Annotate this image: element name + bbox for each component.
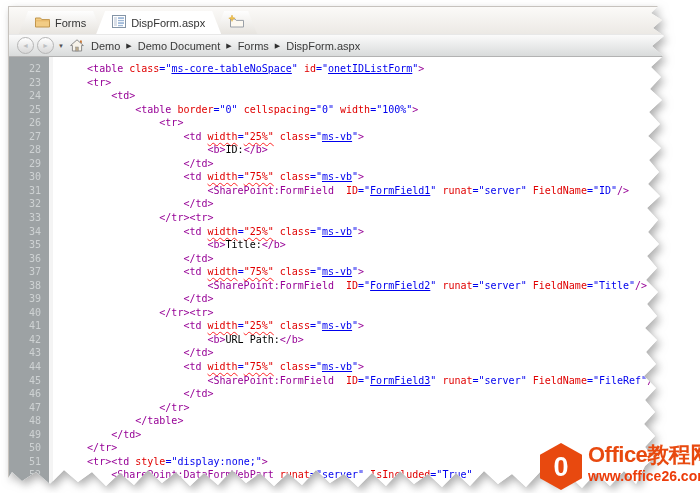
code-line: 45 <SharePoint:FormField ID="FormField3"… xyxy=(9,374,687,388)
code-line: 49 </td> xyxy=(9,428,687,442)
line-number: 50 xyxy=(9,441,49,455)
code-line: 47 </tr> xyxy=(9,401,687,415)
code-line: 24 <td> xyxy=(9,89,687,103)
code-line: 42 <b>URL Path:</b> xyxy=(9,333,687,347)
code-line: 36 </td> xyxy=(9,252,687,266)
line-number: 41 xyxy=(9,319,49,333)
office-logo-icon: 0 xyxy=(540,443,582,493)
new-document-icon xyxy=(228,15,244,30)
line-number: 47 xyxy=(9,401,49,415)
code-line: 22 <table class="ms-core-tableNoSpace" i… xyxy=(9,62,687,76)
line-number: 37 xyxy=(9,265,49,279)
code-line: 25 <table border="0" cellspacing="0" wid… xyxy=(9,103,687,117)
code-line: 41 <td width="25%" class="ms-vb"> xyxy=(9,319,687,333)
code-line: 34 <td width="25%" class="ms-vb"> xyxy=(9,225,687,239)
folder-icon xyxy=(35,16,50,30)
svg-text:0: 0 xyxy=(553,452,568,482)
form-icon xyxy=(112,15,126,30)
code-line: 28 <b>ID:</b> xyxy=(9,143,687,157)
breadcrumb-separator-icon: ▶ xyxy=(275,42,280,50)
line-number: 49 xyxy=(9,428,49,442)
line-number: 29 xyxy=(9,157,49,171)
home-icon[interactable] xyxy=(70,39,84,52)
line-number: 30 xyxy=(9,170,49,184)
line-number: 45 xyxy=(9,374,49,388)
line-number: 36 xyxy=(9,252,49,266)
tab-bar: Forms DispForm.aspx xyxy=(9,7,687,34)
code-line: 32 </td> xyxy=(9,197,687,211)
line-number: 28 xyxy=(9,143,49,157)
line-number: 48 xyxy=(9,414,49,428)
forward-button[interactable]: ► xyxy=(37,37,54,54)
breadcrumb-bar: ◄ ► ▼ Demo▶Demo Document▶Forms▶DispForm.… xyxy=(9,34,687,57)
line-number: 31 xyxy=(9,184,49,198)
tab-forms[interactable]: Forms xyxy=(19,11,102,34)
code-line: 27 <td width="25%" class="ms-vb"> xyxy=(9,130,687,144)
breadcrumb-item[interactable]: Demo xyxy=(91,40,120,52)
nav-history-caret-icon[interactable]: ▼ xyxy=(58,43,64,49)
tab-label: Forms xyxy=(55,17,86,29)
line-number: 42 xyxy=(9,333,49,347)
line-number: 52 xyxy=(9,468,49,482)
breadcrumb-item[interactable]: DispForm.aspx xyxy=(286,40,360,52)
line-number: 46 xyxy=(9,387,49,401)
breadcrumb: Demo▶Demo Document▶Forms▶DispForm.aspx xyxy=(89,40,362,52)
breadcrumb-item[interactable]: Forms xyxy=(238,40,269,52)
line-number: 22 xyxy=(9,62,49,76)
tab-dispform[interactable]: DispForm.aspx xyxy=(96,11,221,34)
code-line: 23 <tr> xyxy=(9,76,687,90)
code-line: 30 <td width="75%" class="ms-vb"> xyxy=(9,170,687,184)
editor-window: Forms DispForm.aspx xyxy=(8,6,687,492)
watermark: 0 Office教程网 www.office26.com xyxy=(540,443,700,493)
breadcrumb-separator-icon: ▶ xyxy=(126,42,131,50)
code-line: 37 <td width="75%" class="ms-vb"> xyxy=(9,265,687,279)
line-number: 51 xyxy=(9,455,49,469)
line-number: 44 xyxy=(9,360,49,374)
line-number: 27 xyxy=(9,130,49,144)
code-line: 35 <b>Title:</b> xyxy=(9,238,687,252)
tab-label: DispForm.aspx xyxy=(131,17,205,29)
line-number: 40 xyxy=(9,306,49,320)
code-line: 31 <SharePoint:FormField ID="FormField1"… xyxy=(9,184,687,198)
line-number: 24 xyxy=(9,89,49,103)
code-line: 40 </tr><tr> xyxy=(9,306,687,320)
code-line: 48 </table> xyxy=(9,414,687,428)
code-line: 39 </td> xyxy=(9,292,687,306)
code-line: 38 <SharePoint:FormField ID="FormField2"… xyxy=(9,279,687,293)
line-number: 23 xyxy=(9,76,49,90)
code-line: 46 </td> xyxy=(9,387,687,401)
code-line: 33 </tr><tr> xyxy=(9,211,687,225)
watermark-site-url: www.office26.com xyxy=(588,469,700,484)
back-button[interactable]: ◄ xyxy=(17,37,34,54)
line-number: 38 xyxy=(9,279,49,293)
code-line: 43 </td> xyxy=(9,346,687,360)
code-line: 29 </td> xyxy=(9,157,687,171)
tab-new-document[interactable] xyxy=(215,11,257,34)
breadcrumb-item[interactable]: Demo Document xyxy=(138,40,221,52)
line-number: 35 xyxy=(9,238,49,252)
code-lines: 22 <table class="ms-core-tableNoSpace" i… xyxy=(9,57,687,482)
code-editor[interactable]: 22 <table class="ms-core-tableNoSpace" i… xyxy=(9,57,687,492)
line-number: 43 xyxy=(9,346,49,360)
line-number: 33 xyxy=(9,211,49,225)
line-number: 25 xyxy=(9,103,49,117)
code-line: 26 <tr> xyxy=(9,116,687,130)
editor-window-surface: Forms DispForm.aspx xyxy=(8,6,687,492)
breadcrumb-separator-icon: ▶ xyxy=(226,42,231,50)
line-number: 32 xyxy=(9,197,49,211)
line-number: 34 xyxy=(9,225,49,239)
line-number: 26 xyxy=(9,116,49,130)
code-line: 44 <td width="75%" class="ms-vb"> xyxy=(9,360,687,374)
watermark-site-name: Office教程网 xyxy=(588,443,700,467)
line-number: 39 xyxy=(9,292,49,306)
